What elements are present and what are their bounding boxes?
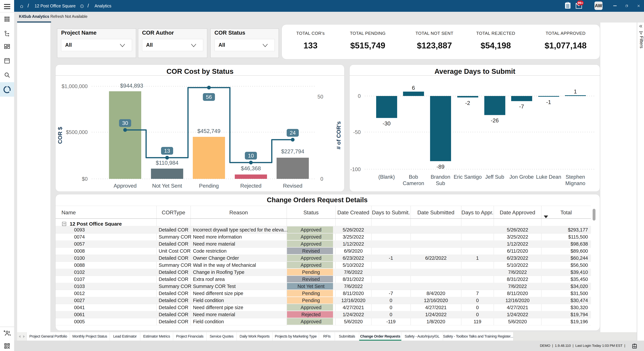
svg-text:Approved: Approved bbox=[114, 183, 137, 189]
svg-text:Jeff Sub: Jeff Sub bbox=[485, 174, 504, 180]
svg-text:56: 56 bbox=[206, 94, 212, 100]
svg-text:0: 0 bbox=[320, 176, 323, 182]
svg-text:$110,984: $110,984 bbox=[156, 160, 178, 166]
svg-text:Revised: Revised bbox=[283, 183, 302, 189]
svg-text:$227,794: $227,794 bbox=[281, 148, 304, 155]
svg-text:-50: -50 bbox=[353, 129, 361, 135]
svg-text:-100: -100 bbox=[350, 166, 361, 172]
svg-text:-26: -26 bbox=[491, 117, 499, 124]
svg-text:Stephen: Stephen bbox=[566, 174, 585, 180]
svg-text:$452,749: $452,749 bbox=[197, 128, 220, 134]
svg-text:24: 24 bbox=[290, 130, 296, 136]
svg-text:0: 0 bbox=[358, 93, 361, 99]
svg-text:-30: -30 bbox=[382, 120, 390, 127]
svg-text:Sub: Sub bbox=[436, 180, 445, 186]
svg-text:# of COR's: # of COR's bbox=[336, 121, 342, 149]
svg-text:$944,893: $944,893 bbox=[120, 83, 143, 89]
svg-text:6: 6 bbox=[412, 85, 415, 91]
svg-text:Cameron: Cameron bbox=[403, 180, 424, 186]
svg-text:50: 50 bbox=[318, 94, 323, 100]
svg-text:-1: -1 bbox=[546, 99, 551, 105]
svg-text:1: 1 bbox=[574, 88, 577, 95]
svg-text:-2: -2 bbox=[465, 100, 470, 106]
svg-text:Luke Dean: Luke Dean bbox=[536, 174, 561, 180]
svg-text:Rejected: Rejected bbox=[240, 183, 262, 189]
svg-text:$0: $0 bbox=[82, 176, 88, 182]
svg-text:Not Yet Sent: Not Yet Sent bbox=[152, 183, 182, 189]
svg-text:$46,368: $46,368 bbox=[241, 165, 261, 171]
svg-text:Brandon: Brandon bbox=[430, 174, 450, 180]
svg-text:-89: -89 bbox=[436, 164, 444, 170]
svg-text:10: 10 bbox=[248, 153, 254, 159]
svg-text:COR $: COR $ bbox=[57, 127, 63, 144]
svg-text:Bob: Bob bbox=[409, 174, 418, 180]
svg-text:13: 13 bbox=[164, 148, 170, 154]
svg-text:Average Days to Submit: Average Days to Submit bbox=[434, 67, 515, 75]
svg-text:Eric Santigo: Eric Santigo bbox=[454, 174, 482, 180]
svg-text:Mignano: Mignano bbox=[566, 180, 586, 186]
svg-text:COR Cost by Status: COR Cost by Status bbox=[166, 67, 234, 75]
svg-text:Pending: Pending bbox=[199, 183, 219, 189]
svg-text:(Blank): (Blank) bbox=[378, 174, 395, 180]
svg-text:30: 30 bbox=[122, 120, 128, 126]
svg-text:$500,000: $500,000 bbox=[66, 129, 88, 135]
svg-text:-7: -7 bbox=[519, 103, 524, 110]
svg-text:$1,000,000: $1,000,000 bbox=[62, 83, 88, 89]
svg-text:Jon Grobe: Jon Grobe bbox=[510, 174, 534, 180]
